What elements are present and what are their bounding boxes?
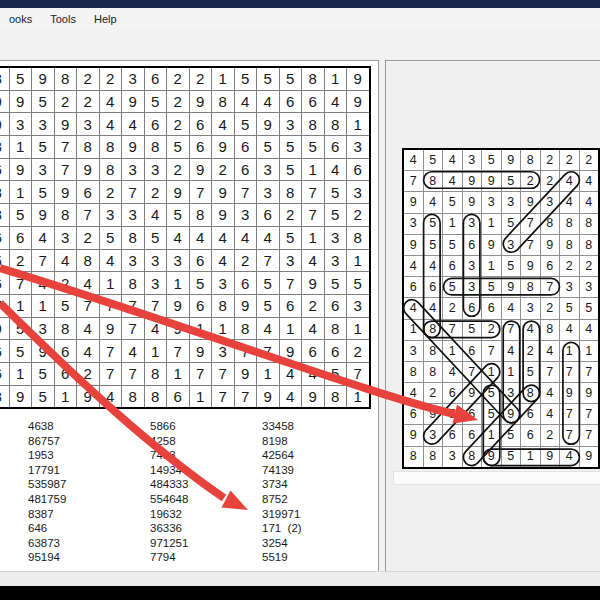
puzzle-cell[interactable]: 1 (9, 136, 32, 159)
puzzle-cell[interactable]: 1 (302, 158, 325, 181)
puzzle-cell[interactable]: 6 (144, 67, 167, 90)
puzzle-cell[interactable]: 8 (279, 181, 302, 204)
puzzle-cell[interactable]: 6 (279, 90, 302, 113)
puzzle-cell[interactable]: 8 (122, 385, 145, 408)
puzzle-cell[interactable]: 3 (122, 204, 145, 227)
puzzle-cell[interactable]: 2 (212, 158, 235, 181)
puzzle-cell[interactable]: 5 (32, 136, 55, 159)
puzzle-cell[interactable]: 5 (9, 340, 32, 363)
puzzle-cell[interactable]: 8 (0, 385, 9, 408)
puzzle-cell[interactable]: 7 (234, 181, 257, 204)
puzzle-cell[interactable]: 7 (234, 385, 257, 408)
puzzle-cell[interactable]: 1 (279, 317, 302, 340)
puzzle-cell[interactable]: 8 (0, 204, 9, 227)
puzzle-cell[interactable]: 1 (324, 67, 347, 90)
puzzle-cell[interactable]: 2 (54, 272, 77, 295)
puzzle-cell[interactable]: 2 (167, 113, 190, 136)
puzzle-cell[interactable]: 8 (144, 362, 167, 385)
puzzle-cell[interactable]: 7 (0, 294, 9, 317)
puzzle-cell[interactable]: 7 (302, 181, 325, 204)
puzzle-cell[interactable]: 9 (54, 113, 77, 136)
puzzle-cell[interactable]: 5 (234, 113, 257, 136)
puzzle-cell[interactable]: 4 (32, 226, 55, 249)
puzzle-cell[interactable]: 4 (122, 340, 145, 363)
puzzle-cell[interactable]: 9 (9, 90, 32, 113)
puzzle-cell[interactable]: 9 (189, 158, 212, 181)
puzzle-cell[interactable]: 5 (144, 90, 167, 113)
puzzle-cell[interactable]: 1 (189, 385, 212, 408)
puzzle-cell[interactable]: 7 (234, 340, 257, 363)
puzzle-cell[interactable]: 4 (99, 385, 122, 408)
puzzle-cell[interactable]: 7 (189, 362, 212, 385)
puzzle-cell[interactable]: 9 (167, 181, 190, 204)
puzzle-cell[interactable]: 7 (347, 362, 370, 385)
window-titlebar[interactable] (0, 0, 600, 8)
puzzle-cell[interactable]: 4 (234, 90, 257, 113)
puzzle-cell[interactable]: 6 (234, 158, 257, 181)
puzzle-cell[interactable]: 8 (0, 67, 9, 90)
puzzle-cell[interactable]: 4 (99, 113, 122, 136)
puzzle-cell[interactable]: 3 (122, 67, 145, 90)
puzzle-cell[interactable]: 4 (99, 249, 122, 272)
puzzle-cell[interactable]: 5 (189, 272, 212, 295)
puzzle-cell[interactable]: 9 (9, 385, 32, 408)
puzzle-cell[interactable]: 8 (0, 136, 9, 159)
puzzle-cell[interactable]: 6 (234, 136, 257, 159)
puzzle-cell[interactable]: 5 (324, 204, 347, 227)
puzzle-cell[interactable]: 2 (77, 67, 100, 90)
puzzle-cell[interactable]: 8 (77, 136, 100, 159)
puzzle-cell[interactable]: 1 (167, 362, 190, 385)
puzzle-cell[interactable]: 3 (234, 204, 257, 227)
puzzle-cell[interactable]: 3 (32, 113, 55, 136)
puzzle-cell[interactable]: 4 (257, 90, 280, 113)
puzzle-cell[interactable]: 5 (32, 90, 55, 113)
puzzle-cell[interactable]: 4 (167, 226, 190, 249)
puzzle-cell[interactable]: 2 (279, 204, 302, 227)
puzzle-cell[interactable]: 8 (122, 272, 145, 295)
puzzle-cell[interactable]: 3 (77, 113, 100, 136)
puzzle-cell[interactable]: 7 (54, 136, 77, 159)
puzzle-cell[interactable]: 5 (9, 317, 32, 340)
puzzle-cell[interactable]: 9 (32, 340, 55, 363)
puzzle-cell[interactable]: 3 (144, 158, 167, 181)
puzzle-cell[interactable]: 7 (99, 294, 122, 317)
puzzle-cell[interactable]: 8 (54, 317, 77, 340)
puzzle-cell[interactable]: 6 (279, 294, 302, 317)
puzzle-cell[interactable]: 4 (279, 362, 302, 385)
puzzle-cell[interactable]: 8 (212, 90, 235, 113)
puzzle-cell[interactable]: 7 (77, 294, 100, 317)
puzzle-cell[interactable]: 5 (32, 362, 55, 385)
puzzle-cell[interactable]: 4 (324, 90, 347, 113)
puzzle-cell[interactable]: 6 (0, 272, 9, 295)
puzzle-cell[interactable]: 6 (54, 362, 77, 385)
puzzle-cell[interactable]: 7 (99, 340, 122, 363)
puzzle-cell[interactable]: 5 (32, 181, 55, 204)
puzzle-cell[interactable]: 1 (347, 113, 370, 136)
puzzle-cell[interactable]: 2 (9, 249, 32, 272)
puzzle-cell[interactable]: 5 (302, 136, 325, 159)
puzzle-cell[interactable]: 8 (54, 204, 77, 227)
puzzle-cell[interactable]: 3 (99, 204, 122, 227)
puzzle-cell[interactable]: 6 (324, 136, 347, 159)
puzzle-cell[interactable]: 8 (324, 113, 347, 136)
puzzle-cell[interactable]: 1 (54, 385, 77, 408)
puzzle-cell[interactable]: 1 (9, 294, 32, 317)
puzzle-cell[interactable]: 1 (9, 362, 32, 385)
puzzle-cell[interactable]: 7 (167, 340, 190, 363)
puzzle-cell[interactable]: 2 (77, 90, 100, 113)
puzzle-cell[interactable]: 3 (9, 113, 32, 136)
puzzle-cell[interactable]: 4 (212, 113, 235, 136)
puzzle-cell[interactable]: 5 (279, 67, 302, 90)
puzzle-cell[interactable]: 5 (279, 136, 302, 159)
puzzle-cell[interactable]: 6 (0, 340, 9, 363)
puzzle-cell[interactable]: 9 (234, 362, 257, 385)
puzzle-cell[interactable]: 4 (234, 226, 257, 249)
puzzle-cell[interactable]: 7 (257, 340, 280, 363)
puzzle-cell[interactable]: 9 (99, 317, 122, 340)
puzzle-cell[interactable]: 5 (167, 204, 190, 227)
puzzle-cell[interactable]: 7 (99, 362, 122, 385)
puzzle-cell[interactable]: 4 (32, 272, 55, 295)
puzzle-cell[interactable]: 6 (189, 294, 212, 317)
puzzle-cell[interactable]: 9 (302, 272, 325, 295)
puzzle-cell[interactable]: 3 (257, 158, 280, 181)
